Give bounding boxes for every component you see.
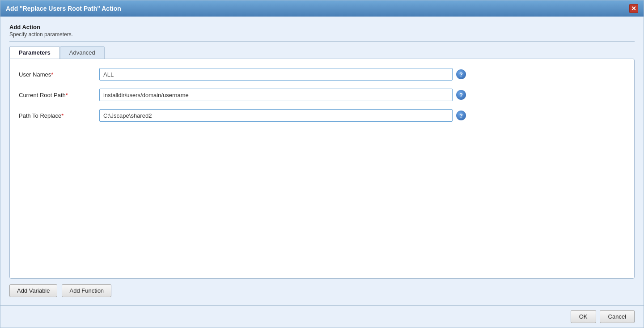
- input-user-names[interactable]: [99, 68, 453, 81]
- close-icon: ✕: [631, 5, 636, 12]
- required-star-user-names: *: [51, 71, 53, 78]
- help-icon-user-names[interactable]: ?: [456, 69, 466, 79]
- dialog-title: Add "Replace Users Root Path" Action: [6, 5, 121, 12]
- section-title: Add Action: [9, 24, 635, 30]
- cancel-label: Cancel: [608, 313, 626, 320]
- input-wrapper-user-names: ?: [99, 68, 466, 81]
- cancel-button[interactable]: Cancel: [600, 310, 635, 323]
- ok-label: OK: [579, 313, 588, 320]
- add-function-label: Add Function: [69, 287, 104, 294]
- tab-parameters-label: Parameters: [19, 49, 51, 56]
- tabs-header: Parameters Advanced: [9, 46, 635, 59]
- footer-buttons: Add Variable Add Function: [9, 279, 635, 301]
- label-current-root-path: Current Root Path*: [19, 92, 99, 98]
- dialog-titlebar: Add "Replace Users Root Path" Action ✕: [0, 0, 644, 17]
- required-star-path-to-replace: *: [61, 112, 64, 119]
- tabs-container: Parameters Advanced User Names* ?: [9, 46, 635, 279]
- tab-advanced-label: Advanced: [69, 49, 95, 56]
- help-icon-path-to-replace[interactable]: ?: [456, 111, 466, 120]
- input-current-root-path[interactable]: [99, 89, 453, 101]
- add-variable-button[interactable]: Add Variable: [9, 284, 57, 297]
- dialog: Add "Replace Users Root Path" Action ✕ A…: [0, 0, 644, 328]
- section-header: Add Action Specify action parameters.: [9, 24, 635, 42]
- label-user-names: User Names*: [19, 71, 99, 78]
- form-row-user-names: User Names* ?: [19, 68, 625, 81]
- input-path-to-replace[interactable]: [99, 109, 453, 122]
- add-function-button[interactable]: Add Function: [62, 284, 111, 297]
- form-row-current-root-path: Current Root Path* ?: [19, 89, 625, 101]
- tab-parameters[interactable]: Parameters: [9, 46, 60, 59]
- form-row-path-to-replace: Path To Replace* ?: [19, 109, 625, 122]
- section-subtitle: Specify action parameters.: [9, 31, 635, 38]
- dialog-action-bar: OK Cancel: [0, 305, 644, 328]
- required-star-current-root-path: *: [66, 92, 68, 98]
- dialog-body: Add Action Specify action parameters. Pa…: [0, 17, 644, 305]
- tab-content-parameters: User Names* ? Current Root Path* ?: [9, 59, 635, 279]
- input-wrapper-path-to-replace: ?: [99, 109, 466, 122]
- label-path-to-replace: Path To Replace*: [19, 112, 99, 119]
- tab-advanced[interactable]: Advanced: [60, 46, 105, 59]
- close-button[interactable]: ✕: [629, 4, 638, 13]
- input-wrapper-current-root-path: ?: [99, 89, 466, 101]
- add-variable-label: Add Variable: [17, 287, 50, 294]
- ok-button[interactable]: OK: [571, 310, 596, 323]
- help-icon-current-root-path[interactable]: ?: [456, 90, 466, 100]
